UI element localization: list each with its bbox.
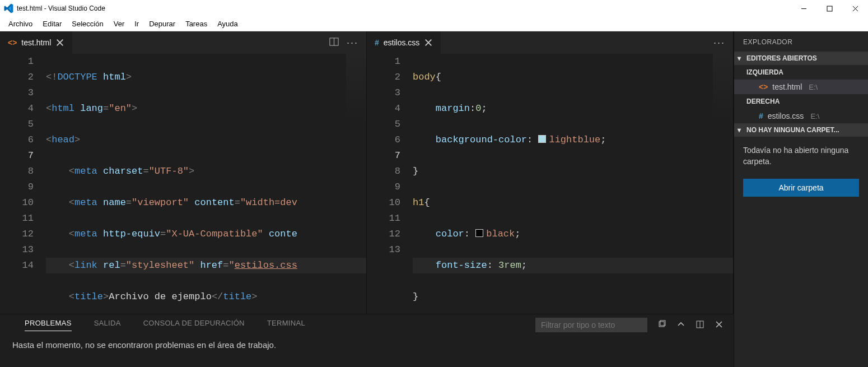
menubar: Archivo Editar Selección Ver Ir Depurar … — [0, 17, 868, 31]
window-controls — [791, 0, 868, 17]
color-swatch-black — [475, 229, 483, 237]
sidebar-title: EXPLORADOR — [734, 31, 868, 52]
menu-tasks[interactable]: Tareas — [180, 18, 212, 29]
panel-tab-output[interactable]: SALIDA — [94, 319, 121, 331]
tab-test-html[interactable]: <> test.html — [0, 31, 73, 54]
problems-message: Hasta el momento, no se encontraron prob… — [0, 336, 734, 354]
chevron-up-icon[interactable] — [676, 320, 685, 331]
maximize-panel-icon[interactable] — [696, 320, 704, 331]
group-left: IZQUIERDA — [734, 65, 868, 80]
tab-label: estilos.css — [384, 38, 420, 47]
color-swatch-lightblue — [538, 135, 546, 143]
split-editor-icon[interactable] — [329, 37, 339, 48]
html-file-icon: <> — [759, 82, 768, 91]
close-button[interactable] — [842, 0, 868, 17]
section-no-folder[interactable]: ▾ NO HAY NINGUNA CARPET... — [734, 123, 868, 137]
editor-pane-left: <> test.html ··· 1234567891011121314 <!D… — [0, 31, 367, 314]
more-actions-icon[interactable]: ··· — [347, 37, 358, 49]
open-folder-button[interactable]: Abrir carpeta — [743, 179, 859, 197]
css-file-icon: # — [759, 112, 763, 120]
menu-debug[interactable]: Depurar — [144, 18, 180, 29]
sidebar-explorer: EXPLORADOR ▾ EDITORES ABIERTOS IZQUIERDA… — [734, 31, 868, 367]
menu-file[interactable]: Archivo — [3, 18, 38, 29]
menu-view[interactable]: Ver — [109, 18, 130, 29]
minimap[interactable] — [346, 54, 366, 121]
editor-pane-right: # estilos.css ··· 12345678910111213 body… — [367, 31, 734, 314]
no-folder-message: Todavía no ha abierto ninguna carpeta. — [734, 137, 868, 174]
editor-html[interactable]: 1234567891011121314 <!DOCTYPE html> <htm… — [0, 54, 366, 314]
vscode-logo-icon — [3, 3, 13, 13]
panel-tab-debug-console[interactable]: CONSOLA DE DEPURACIÓN — [143, 319, 245, 331]
collapse-all-icon[interactable] — [657, 320, 666, 331]
close-icon[interactable] — [55, 38, 64, 47]
svg-rect-3 — [659, 322, 664, 327]
more-actions-icon[interactable]: ··· — [713, 37, 725, 49]
menu-edit[interactable]: Editar — [38, 18, 67, 29]
panel-tab-terminal[interactable]: TERMINAL — [267, 319, 305, 331]
svg-rect-4 — [660, 320, 665, 326]
problems-filter-input[interactable] — [535, 318, 647, 332]
section-open-editors[interactable]: ▾ EDITORES ABIERTOS — [734, 52, 868, 65]
menu-help[interactable]: Ayuda — [212, 18, 243, 29]
open-editor-test-html[interactable]: <> test.html E:\ — [734, 80, 868, 94]
html-file-icon: <> — [8, 38, 17, 47]
open-editor-estilos-css[interactable]: # estilos.css E:\ — [734, 109, 868, 123]
chevron-down-icon: ▾ — [738, 54, 744, 62]
svg-rect-0 — [827, 6, 832, 11]
editor-css[interactable]: 12345678910111213 body{ margin:0; backgr… — [367, 54, 733, 314]
tab-estilos-css[interactable]: # estilos.css — [367, 31, 441, 54]
minimize-button[interactable] — [791, 0, 816, 17]
close-panel-icon[interactable] — [715, 320, 724, 331]
group-right: DERECHA — [734, 94, 868, 109]
window-title: test.html - Visual Studio Code — [17, 4, 105, 12]
panel-tab-problems[interactable]: PROBLEMAS — [25, 319, 72, 331]
maximize-button[interactable] — [816, 0, 842, 17]
menu-selection[interactable]: Selección — [67, 18, 108, 29]
tab-label: test.html — [21, 38, 51, 47]
css-file-icon: # — [375, 38, 379, 47]
titlebar: test.html - Visual Studio Code — [0, 0, 868, 17]
minimap[interactable] — [713, 54, 733, 121]
close-icon[interactable] — [424, 38, 433, 47]
bottom-panel: PROBLEMAS SALIDA CONSOLA DE DEPURACIÓN T… — [0, 314, 734, 367]
chevron-down-icon: ▾ — [738, 126, 744, 134]
menu-go[interactable]: Ir — [129, 18, 144, 29]
